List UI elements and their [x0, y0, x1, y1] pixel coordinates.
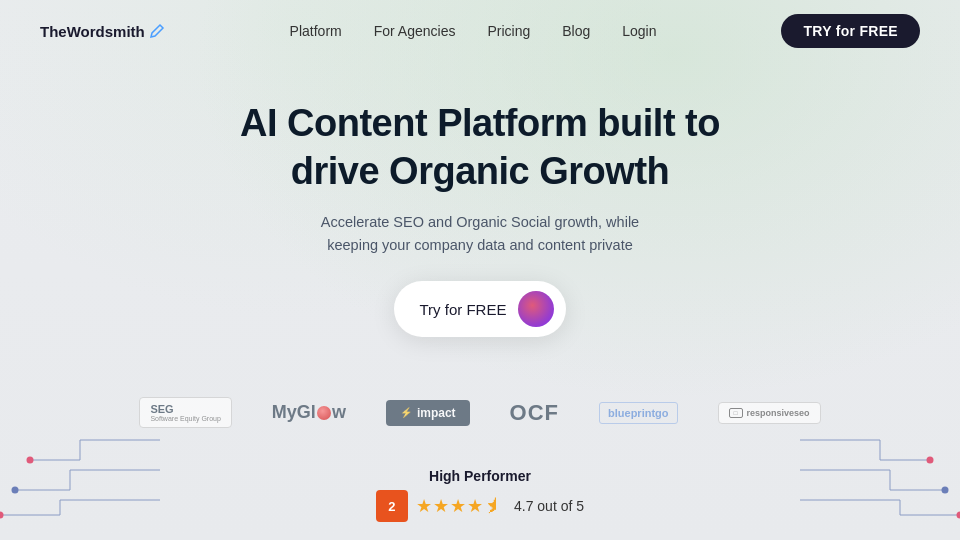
header: TheWordsmith Platform For Agencies Prici…: [0, 0, 960, 62]
hero-subtext: Accelerate SEO and Organic Social growth…: [295, 211, 665, 257]
nav-platform[interactable]: Platform: [290, 23, 342, 39]
glow-dot: [317, 406, 331, 420]
nav-agencies[interactable]: For Agencies: [374, 23, 456, 39]
stars: ★ ★ ★ ★ ⯨: [416, 495, 502, 517]
nav-login[interactable]: Login: [622, 23, 656, 39]
hero-cta-button[interactable]: Try for FREE: [394, 281, 567, 337]
nav-pricing[interactable]: Pricing: [487, 23, 530, 39]
hero-headline: AI Content Platform built to drive Organ…: [20, 100, 940, 195]
g2-rating: High Performer 2 ★ ★ ★ ★ ⯨ 4.7 out of 5: [376, 468, 584, 522]
logo-responsive: □ responsiveseo: [718, 402, 821, 424]
star-2: ★: [433, 495, 449, 517]
pen-icon: [149, 23, 165, 39]
logos-section: SEG Software Equity Group MyGl w ⚡ impac…: [0, 365, 960, 448]
nav-blog[interactable]: Blog: [562, 23, 590, 39]
main-nav: Platform For Agencies Pricing Blog Login: [290, 23, 657, 39]
bottom-section: High Performer 2 ★ ★ ★ ★ ⯨ 4.7 out of 5: [0, 448, 960, 522]
star-4: ★: [467, 495, 483, 517]
g2-badge: 2: [376, 490, 408, 522]
performer-label: High Performer: [376, 468, 584, 484]
logo[interactable]: TheWordsmith: [40, 23, 165, 40]
logo-myglow: MyGl w: [272, 402, 346, 423]
star-1: ★: [416, 495, 432, 517]
cta-pill-icon: [518, 291, 554, 327]
logo-seg: SEG Software Equity Group: [139, 397, 231, 428]
star-5-half: ⯨: [484, 496, 502, 517]
logo-impact: ⚡ impact: [386, 400, 470, 426]
logo-blueprint: blueprintgo: [599, 402, 678, 424]
hero-section: AI Content Platform built to drive Organ…: [0, 62, 960, 357]
rating-text: 4.7 out of 5: [514, 498, 584, 514]
star-3: ★: [450, 495, 466, 517]
logo-ocf: OCF: [510, 400, 559, 426]
g2-row: 2 ★ ★ ★ ★ ⯨ 4.7 out of 5: [376, 490, 584, 522]
header-cta-button[interactable]: TRY for FREE: [781, 14, 920, 48]
hero-cta-label: Try for FREE: [420, 301, 507, 318]
logo-text: TheWordsmith: [40, 23, 145, 40]
